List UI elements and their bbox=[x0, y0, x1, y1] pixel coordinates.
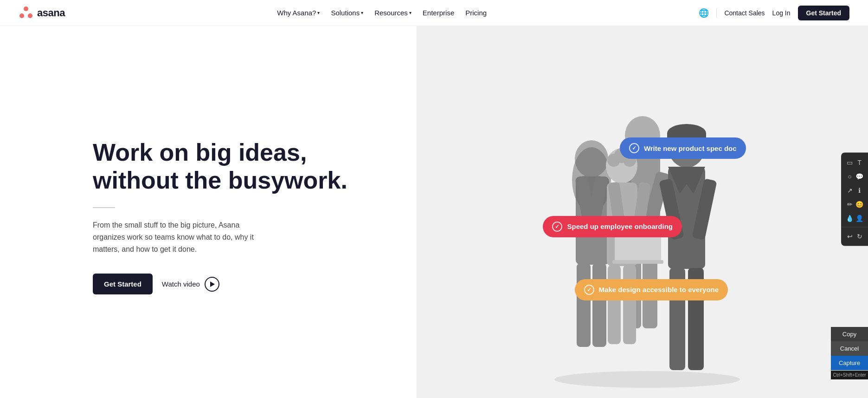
redo-tool-icon[interactable]: ↻ bbox=[855, 231, 864, 241]
toolbar-row-5: 💧 👤 bbox=[841, 211, 868, 225]
pen-tool-icon[interactable]: ✏ bbox=[845, 199, 855, 209]
check-icon-blue bbox=[629, 143, 639, 153]
toolbar-row-4: ✏ 😊 bbox=[841, 197, 868, 211]
text-tool-icon[interactable]: T bbox=[855, 157, 864, 167]
nav-resources[interactable]: Resources ▾ bbox=[370, 6, 416, 20]
nav-links: Why Asana? ▾ Solutions ▾ Resources ▾ Ent… bbox=[272, 6, 491, 20]
profile-tool-icon[interactable]: 👤 bbox=[855, 213, 864, 223]
hero-title: Work on big ideas, without the busywork. bbox=[93, 139, 389, 195]
capture-shortcut: Ctrl+Shift+Enter bbox=[831, 371, 868, 379]
screenshot-toolbar: ▭ T ○ 💬 ↗ ℹ ✏ 😊 💧 👤 ↩ ↻ bbox=[841, 152, 868, 246]
hero-watch-video-button[interactable]: Watch video bbox=[162, 277, 219, 292]
hero-image: Write new product spec doc Speed up empl… bbox=[417, 26, 868, 398]
contact-sales-link[interactable]: Contact Sales bbox=[724, 9, 765, 17]
navigation: asana Why Asana? ▾ Solutions ▾ Resources… bbox=[0, 0, 868, 26]
hero-left: Work on big ideas, without the busywork.… bbox=[0, 26, 417, 398]
play-triangle bbox=[210, 281, 215, 287]
svg-point-1 bbox=[19, 13, 24, 18]
fill-tool-icon[interactable]: 💧 bbox=[845, 213, 855, 223]
toolbar-divider bbox=[841, 227, 868, 227]
toolbar-row-2: ○ 💬 bbox=[841, 169, 868, 183]
check-icon-red bbox=[552, 222, 562, 232]
comment-tool-icon[interactable]: 💬 bbox=[855, 171, 864, 181]
chevron-down-icon: ▾ bbox=[361, 10, 363, 15]
nav-right: 🌐 Contact Sales Log In Get Started bbox=[699, 6, 849, 20]
globe-icon[interactable]: 🌐 bbox=[699, 8, 709, 18]
asana-logo-icon bbox=[19, 6, 33, 20]
svg-rect-15 bbox=[592, 263, 606, 347]
logo-text: asana bbox=[37, 7, 65, 19]
hero-section: Work on big ideas, without the busywork.… bbox=[0, 26, 868, 398]
svg-point-0 bbox=[24, 7, 28, 11]
svg-rect-14 bbox=[577, 263, 591, 347]
hero-get-started-button[interactable]: Get Started bbox=[93, 274, 153, 294]
rectangle-tool-icon[interactable]: ▭ bbox=[845, 157, 855, 167]
nav-get-started-button[interactable]: Get Started bbox=[798, 6, 849, 20]
info-tool-icon[interactable]: ℹ bbox=[855, 185, 864, 195]
svg-rect-23 bbox=[608, 265, 621, 344]
undo-tool-icon[interactable]: ↩ bbox=[845, 231, 855, 241]
task-pill-orange: Make design accessible to everyone bbox=[575, 279, 728, 300]
capture-button[interactable]: Capture bbox=[831, 356, 868, 370]
login-link[interactable]: Log In bbox=[772, 9, 791, 17]
nav-divider bbox=[716, 8, 717, 18]
toolbar-row-1: ▭ T bbox=[841, 155, 868, 169]
play-icon bbox=[205, 277, 219, 292]
toolbar-row-6: ↩ ↻ bbox=[841, 229, 868, 243]
hero-subtitle: From the small stuff to the big picture,… bbox=[93, 219, 269, 255]
nav-why-asana[interactable]: Why Asana? ▾ bbox=[272, 6, 324, 20]
hero-right: Write new product spec doc Speed up empl… bbox=[417, 26, 868, 398]
svg-rect-24 bbox=[623, 265, 636, 344]
nav-pricing[interactable]: Pricing bbox=[461, 6, 491, 20]
arrow-tool-icon[interactable]: ↗ bbox=[845, 185, 855, 195]
task-pill-blue: Write new product spec doc bbox=[620, 137, 746, 159]
hero-buttons: Get Started Watch video bbox=[93, 274, 389, 294]
hero-divider bbox=[93, 207, 115, 208]
toolbar-action-buttons: Copy Cancel Capture Ctrl+Shift+Enter bbox=[831, 327, 868, 370]
circle-tool-icon[interactable]: ○ bbox=[845, 171, 855, 181]
chevron-down-icon: ▾ bbox=[317, 10, 320, 15]
svg-point-2 bbox=[28, 13, 32, 18]
task-pill-red: Speed up employee onboarding bbox=[543, 216, 682, 237]
nav-solutions[interactable]: Solutions ▾ bbox=[326, 6, 368, 20]
chevron-down-icon: ▾ bbox=[409, 10, 411, 15]
toolbar-row-3: ↗ ℹ bbox=[841, 183, 868, 197]
emoji-tool-icon[interactable]: 😊 bbox=[855, 199, 864, 209]
svg-rect-26 bbox=[612, 260, 663, 264]
cancel-button[interactable]: Cancel bbox=[831, 341, 868, 356]
copy-button[interactable]: Copy bbox=[831, 327, 868, 341]
svg-point-35 bbox=[554, 371, 740, 388]
check-icon-orange bbox=[584, 285, 594, 295]
nav-enterprise[interactable]: Enterprise bbox=[418, 6, 459, 20]
logo[interactable]: asana bbox=[19, 6, 65, 20]
